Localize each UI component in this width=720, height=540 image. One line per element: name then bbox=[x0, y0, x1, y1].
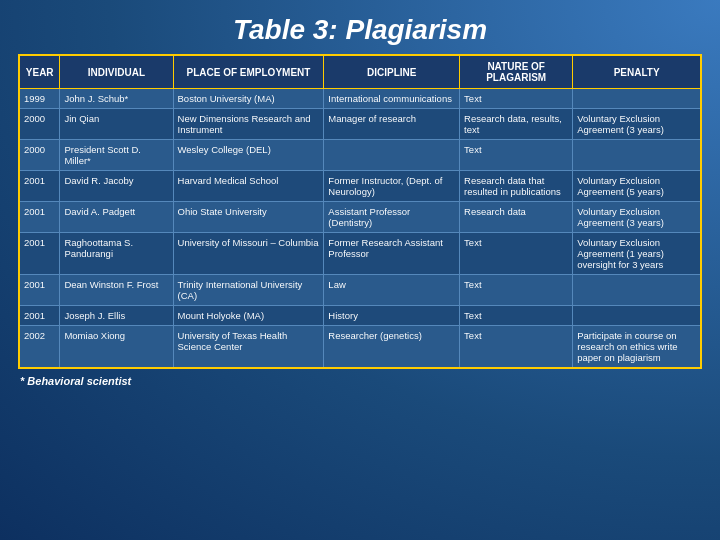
cell-nature: Research data bbox=[460, 202, 573, 233]
cell-penalty: Voluntary Exclusion Agreement (5 years) bbox=[573, 171, 701, 202]
cell-individual: Joseph J. Ellis bbox=[60, 306, 173, 326]
cell-individual: President Scott D. Miller* bbox=[60, 140, 173, 171]
cell-nature: Text bbox=[460, 140, 573, 171]
cell-penalty bbox=[573, 275, 701, 306]
cell-penalty: Voluntary Exclusion Agreement (3 years) bbox=[573, 109, 701, 140]
cell-year: 2001 bbox=[19, 306, 60, 326]
cell-place: Trinity International University (CA) bbox=[173, 275, 324, 306]
cell-penalty: Participate in course on research on eth… bbox=[573, 326, 701, 369]
cell-place: Wesley College (DEL) bbox=[173, 140, 324, 171]
cell-discipline: Researcher (genetics) bbox=[324, 326, 460, 369]
cell-individual: Raghoottama S. Pandurangi bbox=[60, 233, 173, 275]
table-row: 2002Momiao XiongUniversity of Texas Heal… bbox=[19, 326, 701, 369]
header-individual: INDIVIDUAL bbox=[60, 55, 173, 89]
cell-discipline: Manager of research bbox=[324, 109, 460, 140]
cell-penalty: Voluntary Exclusion Agreement (3 years) bbox=[573, 202, 701, 233]
table-row: 2001Dean Winston F. FrostTrinity Interna… bbox=[19, 275, 701, 306]
cell-individual: David A. Padgett bbox=[60, 202, 173, 233]
table-row: 1999John J. Schub*Boston University (MA)… bbox=[19, 89, 701, 109]
cell-discipline: International communications bbox=[324, 89, 460, 109]
cell-place: Harvard Medical School bbox=[173, 171, 324, 202]
cell-year: 2001 bbox=[19, 202, 60, 233]
cell-individual: David R. Jacoby bbox=[60, 171, 173, 202]
cell-discipline: Former Instructor, (Dept. of Neurology) bbox=[324, 171, 460, 202]
cell-place: University of Missouri – Columbia bbox=[173, 233, 324, 275]
cell-nature: Text bbox=[460, 89, 573, 109]
cell-place: Ohio State University bbox=[173, 202, 324, 233]
cell-nature: Text bbox=[460, 275, 573, 306]
table-row: 2001Joseph J. EllisMount Holyoke (MA)His… bbox=[19, 306, 701, 326]
cell-discipline: Former Research Assistant Professor bbox=[324, 233, 460, 275]
table-row: 2001David A. PadgettOhio State Universit… bbox=[19, 202, 701, 233]
cell-nature: Text bbox=[460, 326, 573, 369]
cell-year: 2000 bbox=[19, 109, 60, 140]
cell-nature: Research data, results, text bbox=[460, 109, 573, 140]
cell-individual: Jin Qian bbox=[60, 109, 173, 140]
cell-year: 2001 bbox=[19, 233, 60, 275]
cell-individual: Dean Winston F. Frost bbox=[60, 275, 173, 306]
cell-year: 2001 bbox=[19, 171, 60, 202]
cell-year: 1999 bbox=[19, 89, 60, 109]
footnote: * Behavioral scientist bbox=[0, 369, 720, 393]
plagiarism-table: YEAR INDIVIDUAL PLACE OF EMPLOYMENT DICI… bbox=[18, 54, 702, 369]
cell-nature: Text bbox=[460, 306, 573, 326]
cell-place: New Dimensions Research and Instrument bbox=[173, 109, 324, 140]
cell-discipline: History bbox=[324, 306, 460, 326]
cell-individual: John J. Schub* bbox=[60, 89, 173, 109]
cell-discipline: Law bbox=[324, 275, 460, 306]
cell-penalty: Voluntary Exclusion Agreement (1 years) … bbox=[573, 233, 701, 275]
cell-penalty bbox=[573, 89, 701, 109]
table-header-row: YEAR INDIVIDUAL PLACE OF EMPLOYMENT DICI… bbox=[19, 55, 701, 89]
cell-year: 2000 bbox=[19, 140, 60, 171]
cell-place: University of Texas Health Science Cente… bbox=[173, 326, 324, 369]
cell-discipline bbox=[324, 140, 460, 171]
header-discipline: DICIPLINE bbox=[324, 55, 460, 89]
header-nature: NATURE OF PLAGARISM bbox=[460, 55, 573, 89]
cell-individual: Momiao Xiong bbox=[60, 326, 173, 369]
cell-year: 2002 bbox=[19, 326, 60, 369]
page-title: Table 3: Plagiarism bbox=[0, 0, 720, 54]
header-penalty: PENALTY bbox=[573, 55, 701, 89]
cell-nature: Text bbox=[460, 233, 573, 275]
cell-place: Mount Holyoke (MA) bbox=[173, 306, 324, 326]
header-year: YEAR bbox=[19, 55, 60, 89]
table-row: 2001David R. JacobyHarvard Medical Schoo… bbox=[19, 171, 701, 202]
table-container: YEAR INDIVIDUAL PLACE OF EMPLOYMENT DICI… bbox=[18, 54, 702, 369]
table-row: 2001Raghoottama S. PandurangiUniversity … bbox=[19, 233, 701, 275]
table-row: 2000President Scott D. Miller*Wesley Col… bbox=[19, 140, 701, 171]
cell-penalty bbox=[573, 306, 701, 326]
header-place: PLACE OF EMPLOYMENT bbox=[173, 55, 324, 89]
cell-year: 2001 bbox=[19, 275, 60, 306]
table-row: 2000Jin QianNew Dimensions Research and … bbox=[19, 109, 701, 140]
cell-nature: Research data that resulted in publicati… bbox=[460, 171, 573, 202]
cell-place: Boston University (MA) bbox=[173, 89, 324, 109]
cell-discipline: Assistant Professor (Dentistry) bbox=[324, 202, 460, 233]
cell-penalty bbox=[573, 140, 701, 171]
